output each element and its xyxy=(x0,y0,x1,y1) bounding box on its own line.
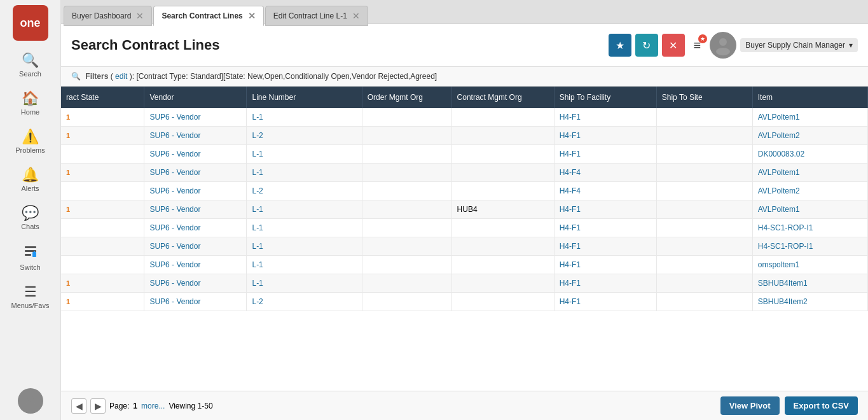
facility-link[interactable]: H4-F1 xyxy=(560,242,581,251)
item-link[interactable]: AVLPoltem1 xyxy=(758,168,800,177)
line-number-link[interactable]: L-1 xyxy=(252,279,263,288)
line-number-link[interactable]: L-1 xyxy=(252,168,263,177)
cell-line-number: L-2 xyxy=(247,293,362,311)
item-link[interactable]: AVLPoltem1 xyxy=(758,205,800,214)
cell-item: SBHUB4Item2 xyxy=(752,293,867,311)
item-link[interactable]: H4-SC1-ROP-I1 xyxy=(758,242,813,251)
vendor-link[interactable]: SUP6 - Vendor xyxy=(149,260,200,269)
close-button[interactable]: ✕ xyxy=(662,34,685,57)
facility-link[interactable]: H4-F1 xyxy=(560,297,581,306)
line-number-link[interactable]: L-1 xyxy=(252,113,263,122)
filter-icon: 🔍 xyxy=(71,72,81,81)
tab-buyer-dashboard[interactable]: Buyer Dashboard ✕ xyxy=(64,6,152,26)
item-link[interactable]: AVLPoltem2 xyxy=(758,186,800,195)
refresh-icon: ↻ xyxy=(642,39,651,52)
menu-button[interactable]: ≡ ★ xyxy=(689,36,706,55)
facility-link[interactable]: H4-F1 xyxy=(560,260,581,269)
cell-contract-org: HUB4 xyxy=(451,200,554,219)
switch-icon xyxy=(23,243,38,262)
cell-ract-state: 1 xyxy=(61,108,144,127)
cell-ract-state xyxy=(61,237,144,256)
line-number-link[interactable]: L-2 xyxy=(252,186,263,195)
close-icon: ✕ xyxy=(669,39,677,52)
menu-icon: ☰ xyxy=(24,284,37,300)
filter-edit-link[interactable]: edit xyxy=(115,72,127,81)
line-number-link[interactable]: L-2 xyxy=(252,131,263,140)
line-number-link[interactable]: L-2 xyxy=(252,297,263,306)
export-csv-button[interactable]: Export to CSV xyxy=(785,396,858,415)
sidebar-item-chats[interactable]: 💬 Chats xyxy=(0,199,60,237)
cell-line-number: L-2 xyxy=(247,182,362,200)
line-number-link[interactable]: L-1 xyxy=(252,260,263,269)
cell-ship-site xyxy=(656,256,752,274)
vendor-link[interactable]: SUP6 - Vendor xyxy=(149,131,200,140)
star-button[interactable]: ★ xyxy=(609,34,631,57)
item-link[interactable]: AVLPoltem1 xyxy=(758,113,800,122)
table-container[interactable]: ract State Vendor Line Number Order Mgmt… xyxy=(61,87,868,391)
tab-edit-contract-line[interactable]: Edit Contract Line L-1 ✕ xyxy=(265,6,368,26)
cell-ship-site xyxy=(656,237,752,256)
sidebar-item-label: Chats xyxy=(21,223,39,230)
item-link[interactable]: H4-SC1-ROP-I1 xyxy=(758,223,813,232)
chevron-down-icon: ▾ xyxy=(849,41,853,50)
sidebar-item-profile[interactable] xyxy=(0,382,60,420)
facility-link[interactable]: H4-F1 xyxy=(560,223,581,232)
cell-contract-org xyxy=(451,219,554,237)
app-logo[interactable]: one xyxy=(13,5,48,41)
cell-order-org xyxy=(362,182,451,200)
item-link[interactable]: omspoltem1 xyxy=(758,260,799,269)
sidebar-item-menus[interactable]: ☰ Menus/Favs xyxy=(0,277,60,316)
sidebar-item-switch[interactable]: Switch xyxy=(0,237,60,277)
cell-contract-org xyxy=(451,145,554,164)
facility-link[interactable]: H4-F1 xyxy=(560,113,581,122)
vendor-link[interactable]: SUP6 - Vendor xyxy=(149,223,200,232)
prev-page-button[interactable]: ◀ xyxy=(71,398,86,414)
table-row: 1 SUP6 - Vendor L-1 H4-F1 AVLPoltem1 xyxy=(61,108,868,127)
vendor-link[interactable]: SUP6 - Vendor xyxy=(149,168,200,177)
page-title: Search Contract Lines xyxy=(71,37,609,53)
tab-close-edit-contract-line[interactable]: ✕ xyxy=(352,11,360,21)
cell-ship-facility: H4-F4 xyxy=(554,164,656,182)
cell-vendor: SUP6 - Vendor xyxy=(144,219,247,237)
sidebar-item-alerts[interactable]: 🔔 Alerts xyxy=(0,160,60,199)
facility-link[interactable]: H4-F1 xyxy=(560,279,581,288)
item-link[interactable]: SBHUB4Item1 xyxy=(758,279,808,288)
home-icon: 🏠 xyxy=(22,90,39,107)
sidebar-item-home[interactable]: 🏠 Home xyxy=(0,84,60,122)
cell-item: AVLPoltem2 xyxy=(752,127,867,145)
next-page-button[interactable]: ▶ xyxy=(90,398,106,414)
cell-line-number: L-1 xyxy=(247,164,362,182)
refresh-button[interactable]: ↻ xyxy=(635,34,658,57)
item-link[interactable]: DK000083.02 xyxy=(758,150,804,158)
facility-link[interactable]: H4-F1 xyxy=(560,131,581,140)
facility-link[interactable]: H4-F4 xyxy=(560,186,581,195)
line-number-link[interactable]: L-1 xyxy=(252,205,263,214)
vendor-link[interactable]: SUP6 - Vendor xyxy=(149,242,200,251)
sidebar-item-problems[interactable]: ⚠️ Problems xyxy=(0,122,60,160)
vendor-link[interactable]: SUP6 - Vendor xyxy=(149,113,200,122)
footer-actions: View Pivot Export to CSV xyxy=(720,396,858,415)
line-number-link[interactable]: L-1 xyxy=(252,150,263,158)
chat-icon: 💬 xyxy=(22,205,39,221)
facility-link[interactable]: H4-F1 xyxy=(560,205,581,214)
more-pages-link[interactable]: more... xyxy=(141,402,165,410)
view-pivot-button[interactable]: View Pivot xyxy=(720,396,780,415)
item-link[interactable]: SBHUB4Item2 xyxy=(758,297,808,306)
line-number-link[interactable]: L-1 xyxy=(252,242,263,251)
facility-link[interactable]: H4-F4 xyxy=(560,168,581,177)
vendor-link[interactable]: SUP6 - Vendor xyxy=(149,279,200,288)
tab-close-buyer-dashboard[interactable]: ✕ xyxy=(136,11,144,21)
vendor-link[interactable]: SUP6 - Vendor xyxy=(149,205,200,214)
facility-link[interactable]: H4-F1 xyxy=(560,150,581,158)
vendor-link[interactable]: SUP6 - Vendor xyxy=(149,297,200,306)
user-role-dropdown[interactable]: Buyer Supply Chain Manager ▾ xyxy=(740,38,858,52)
item-link[interactable]: AVLPoltem2 xyxy=(758,131,800,140)
cell-order-org xyxy=(362,256,451,274)
line-number-link[interactable]: L-1 xyxy=(252,223,263,232)
table-row: 1 SUP6 - Vendor L-1 H4-F1 SBHUB4Item1 xyxy=(61,274,868,293)
tab-search-contract-lines[interactable]: Search Contract Lines ✕ xyxy=(153,6,263,26)
sidebar-item-search[interactable]: 🔍 Search xyxy=(0,46,60,84)
vendor-link[interactable]: SUP6 - Vendor xyxy=(149,150,200,158)
tab-close-search-contract-lines[interactable]: ✕ xyxy=(248,11,256,21)
vendor-link[interactable]: SUP6 - Vendor xyxy=(149,186,200,195)
